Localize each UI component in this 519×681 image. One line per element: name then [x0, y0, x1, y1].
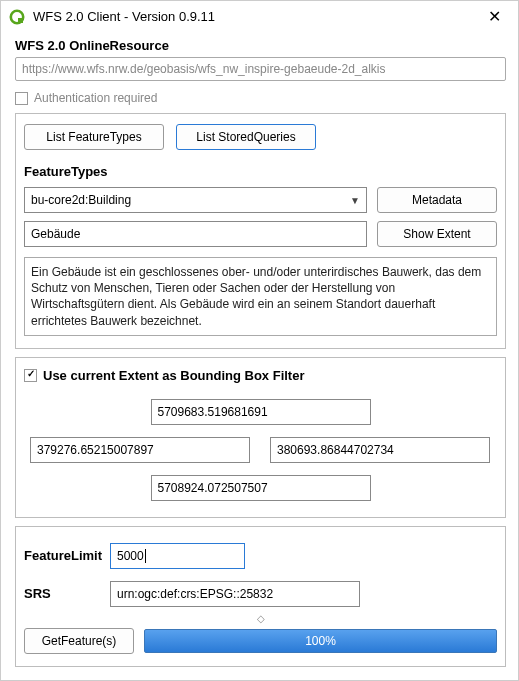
params-group: FeatureLimit 5000 SRS urn:ogc:def:crs:EP… [15, 526, 506, 667]
onlineresource-heading: WFS 2.0 OnlineResource [15, 38, 506, 53]
show-extent-button[interactable]: Show Extent [377, 221, 497, 247]
featuretype-title-input[interactable]: Gebäude [24, 221, 367, 247]
dialog-window: WFS 2.0 Client - Version 0.9.11 ✕ WFS 2.… [0, 0, 519, 681]
bbox-east-input[interactable]: 380693.86844702734 [270, 437, 490, 463]
bbox-inputs: 5709683.519681691 379276.65215007897 380… [24, 383, 497, 505]
auth-required-checkbox[interactable] [15, 92, 28, 105]
close-icon[interactable]: ✕ [480, 7, 508, 26]
bbox-group: Use current Extent as Bounding Box Filte… [15, 357, 506, 518]
bbox-south-value: 5708924.072507507 [158, 481, 268, 495]
getfeatures-button[interactable]: GetFeature(s) [24, 628, 134, 654]
onlineresource-url[interactable]: https://www.wfs.nrw.de/geobasis/wfs_nw_i… [15, 57, 506, 81]
list-storedqueries-button[interactable]: List StoredQueries [176, 124, 316, 150]
bbox-south-input[interactable]: 5708924.072507507 [151, 475, 371, 501]
featuretype-select-value: bu-core2d:Building [31, 193, 131, 207]
featurelimit-input[interactable]: 5000 [110, 543, 245, 569]
bbox-west-value: 379276.65215007897 [37, 443, 154, 457]
bbox-north-input[interactable]: 5709683.519681691 [151, 399, 371, 425]
list-featuretypes-button[interactable]: List FeatureTypes [24, 124, 164, 150]
titlebar: WFS 2.0 Client - Version 0.9.11 ✕ [1, 1, 518, 32]
featuretype-title-value: Gebäude [31, 227, 80, 241]
text-cursor [145, 549, 146, 563]
window-title: WFS 2.0 Client - Version 0.9.11 [33, 9, 480, 24]
auth-required-label: Authentication required [34, 91, 157, 105]
qgis-icon [9, 9, 25, 25]
progress-bar: 100% [144, 629, 497, 653]
featuretype-description: Ein Gebäude ist ein geschlossenes ober- … [24, 257, 497, 336]
chevron-down-icon: ▼ [350, 195, 360, 206]
srs-value: urn:ogc:def:crs:EPSG::25832 [117, 587, 273, 601]
dialog-body: WFS 2.0 OnlineResource https://www.wfs.n… [1, 32, 518, 680]
ruler-decoration: ◇ [24, 613, 497, 624]
srs-label: SRS [24, 586, 110, 601]
svg-rect-1 [18, 18, 23, 23]
onlineresource-url-text: https://www.wfs.nrw.de/geobasis/wfs_nw_i… [22, 62, 386, 76]
progress-text: 100% [305, 634, 336, 648]
metadata-button[interactable]: Metadata [377, 187, 497, 213]
srs-row: SRS urn:ogc:def:crs:EPSG::25832 [24, 581, 497, 607]
use-current-extent-label: Use current Extent as Bounding Box Filte… [43, 368, 305, 383]
featuretypes-group: List FeatureTypes List StoredQueries Fea… [15, 113, 506, 349]
use-current-extent-checkbox[interactable] [24, 369, 37, 382]
bbox-east-value: 380693.86844702734 [277, 443, 394, 457]
featuretype-select[interactable]: bu-core2d:Building ▼ [24, 187, 367, 213]
auth-required-row: Authentication required [15, 91, 506, 105]
featurelimit-label: FeatureLimit [24, 548, 110, 563]
bbox-north-value: 5709683.519681691 [158, 405, 268, 419]
bbox-west-input[interactable]: 379276.65215007897 [30, 437, 250, 463]
featurelimit-row: FeatureLimit 5000 [24, 543, 497, 569]
featuretypes-heading: FeatureTypes [24, 164, 497, 179]
srs-input[interactable]: urn:ogc:def:crs:EPSG::25832 [110, 581, 360, 607]
featurelimit-value: 5000 [117, 549, 144, 563]
